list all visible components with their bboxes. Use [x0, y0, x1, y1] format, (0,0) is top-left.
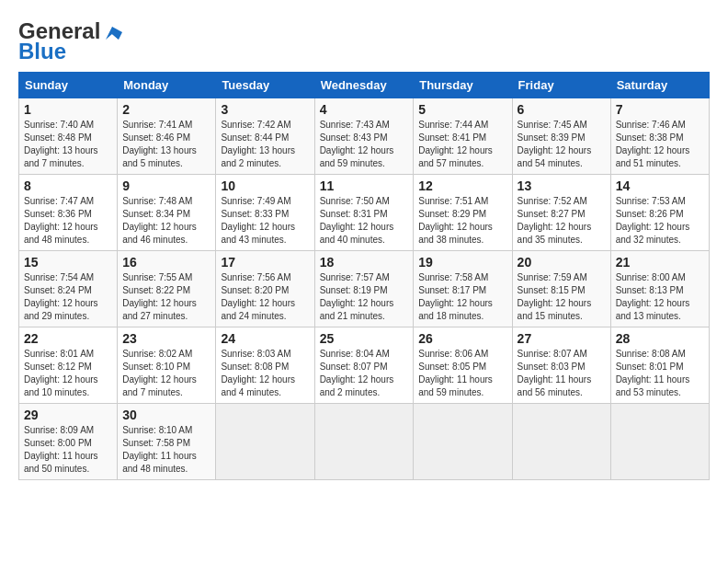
calendar-cell: 19Sunrise: 7:58 AMSunset: 8:17 PMDayligh…: [414, 251, 512, 327]
day-number: 30: [122, 408, 210, 422]
svg-marker-1: [112, 27, 122, 40]
day-number: 8: [24, 178, 112, 193]
calendar-cell: 13Sunrise: 7:52 AMSunset: 8:27 PMDayligh…: [512, 175, 610, 251]
day-number: 10: [221, 178, 309, 193]
day-number: 21: [616, 255, 704, 270]
calendar-cell: 2Sunrise: 7:41 AMSunset: 8:46 PMDaylight…: [118, 98, 216, 175]
day-info: Sunrise: 7:57 AMSunset: 8:19 PMDaylight:…: [320, 271, 409, 323]
weekday-header-row: SundayMondayTuesdayWednesdayThursdayFrid…: [19, 73, 710, 98]
calendar-cell: [512, 404, 610, 480]
day-info: Sunrise: 7:44 AMSunset: 8:41 PMDaylight:…: [418, 119, 506, 170]
calendar-cell: [610, 404, 709, 480]
day-number: 12: [418, 178, 506, 193]
calendar-cell: 28Sunrise: 8:08 AMSunset: 8:01 PMDayligh…: [610, 327, 709, 404]
weekday-monday: Monday: [118, 73, 216, 98]
day-info: Sunrise: 7:48 AMSunset: 8:34 PMDaylight:…: [122, 195, 210, 247]
day-info: Sunrise: 7:56 AMSunset: 8:20 PMDaylight:…: [221, 271, 309, 323]
day-number: 24: [221, 331, 309, 346]
day-info: Sunrise: 8:08 AMSunset: 8:01 PMDaylight:…: [616, 348, 704, 399]
logo-blue: Blue: [18, 39, 66, 64]
day-number: 23: [122, 331, 210, 346]
calendar-cell: [314, 404, 414, 480]
day-info: Sunrise: 7:53 AMSunset: 8:26 PMDaylight:…: [616, 195, 704, 247]
calendar-body: 1Sunrise: 7:40 AMSunset: 8:48 PMDaylight…: [19, 98, 710, 480]
calendar-cell: 7Sunrise: 7:46 AMSunset: 8:38 PMDaylight…: [610, 98, 709, 175]
day-info: Sunrise: 8:07 AMSunset: 8:03 PMDaylight:…: [518, 348, 606, 399]
weekday-wednesday: Wednesday: [314, 73, 414, 98]
day-info: Sunrise: 7:43 AMSunset: 8:43 PMDaylight:…: [320, 119, 409, 170]
calendar-cell: 24Sunrise: 8:03 AMSunset: 8:08 PMDayligh…: [216, 327, 314, 404]
day-info: Sunrise: 7:50 AMSunset: 8:31 PMDaylight:…: [320, 195, 409, 247]
calendar-cell: 30Sunrise: 8:10 AMSunset: 7:58 PMDayligh…: [118, 404, 216, 480]
day-info: Sunrise: 7:46 AMSunset: 8:38 PMDaylight:…: [616, 119, 704, 170]
day-number: 29: [24, 408, 112, 422]
day-number: 26: [418, 331, 506, 346]
weekday-saturday: Saturday: [610, 73, 709, 98]
day-number: 16: [122, 255, 210, 270]
day-info: Sunrise: 7:49 AMSunset: 8:33 PMDaylight:…: [221, 195, 309, 247]
calendar-table: SundayMondayTuesdayWednesdayThursdayFrid…: [18, 72, 710, 480]
day-number: 2: [122, 102, 210, 117]
day-info: Sunrise: 8:03 AMSunset: 8:08 PMDaylight:…: [221, 348, 309, 399]
calendar-week-5: 29Sunrise: 8:09 AMSunset: 8:00 PMDayligh…: [19, 404, 710, 480]
calendar-cell: 21Sunrise: 8:00 AMSunset: 8:13 PMDayligh…: [610, 251, 709, 327]
day-info: Sunrise: 8:01 AMSunset: 8:12 PMDaylight:…: [24, 348, 112, 399]
day-info: Sunrise: 8:10 AMSunset: 7:58 PMDaylight:…: [122, 424, 210, 476]
logo-bird-icon: [102, 23, 122, 40]
calendar-cell: 23Sunrise: 8:02 AMSunset: 8:10 PMDayligh…: [118, 327, 216, 404]
logo: General Blue: [18, 18, 122, 64]
calendar-cell: [414, 404, 512, 480]
calendar-week-2: 8Sunrise: 7:47 AMSunset: 8:36 PMDaylight…: [19, 175, 710, 251]
day-info: Sunrise: 8:09 AMSunset: 8:00 PMDaylight:…: [24, 424, 112, 476]
day-info: Sunrise: 7:58 AMSunset: 8:17 PMDaylight:…: [418, 271, 506, 323]
day-info: Sunrise: 8:02 AMSunset: 8:10 PMDaylight:…: [122, 348, 210, 399]
calendar-cell: 14Sunrise: 7:53 AMSunset: 8:26 PMDayligh…: [610, 175, 709, 251]
day-number: 20: [518, 255, 606, 270]
calendar-cell: 16Sunrise: 7:55 AMSunset: 8:22 PMDayligh…: [118, 251, 216, 327]
calendar-cell: 12Sunrise: 7:51 AMSunset: 8:29 PMDayligh…: [414, 175, 512, 251]
calendar-cell: 17Sunrise: 7:56 AMSunset: 8:20 PMDayligh…: [216, 251, 314, 327]
day-number: 17: [221, 255, 309, 270]
day-info: Sunrise: 7:51 AMSunset: 8:29 PMDaylight:…: [418, 195, 506, 247]
day-number: 5: [418, 102, 506, 117]
day-number: 15: [24, 255, 112, 270]
calendar-cell: 26Sunrise: 8:06 AMSunset: 8:05 PMDayligh…: [414, 327, 512, 404]
day-info: Sunrise: 7:47 AMSunset: 8:36 PMDaylight:…: [24, 195, 112, 247]
day-number: 6: [518, 102, 606, 117]
day-number: 9: [122, 178, 210, 193]
day-number: 18: [320, 255, 409, 270]
calendar-cell: 20Sunrise: 7:59 AMSunset: 8:15 PMDayligh…: [512, 251, 610, 327]
day-number: 22: [24, 331, 112, 346]
day-info: Sunrise: 7:42 AMSunset: 8:44 PMDaylight:…: [221, 119, 309, 170]
day-info: Sunrise: 7:54 AMSunset: 8:24 PMDaylight:…: [24, 271, 112, 323]
day-number: 7: [616, 102, 704, 117]
calendar-cell: 4Sunrise: 7:43 AMSunset: 8:43 PMDaylight…: [314, 98, 414, 175]
day-number: 11: [320, 178, 409, 193]
day-info: Sunrise: 7:41 AMSunset: 8:46 PMDaylight:…: [122, 119, 210, 170]
weekday-thursday: Thursday: [414, 73, 512, 98]
day-number: 4: [320, 102, 409, 117]
day-info: Sunrise: 8:00 AMSunset: 8:13 PMDaylight:…: [616, 271, 704, 323]
day-number: 3: [221, 102, 309, 117]
calendar-cell: 6Sunrise: 7:45 AMSunset: 8:39 PMDaylight…: [512, 98, 610, 175]
day-number: 28: [616, 331, 704, 346]
day-info: Sunrise: 8:06 AMSunset: 8:05 PMDaylight:…: [418, 348, 506, 399]
calendar-cell: 3Sunrise: 7:42 AMSunset: 8:44 PMDaylight…: [216, 98, 314, 175]
calendar-cell: 9Sunrise: 7:48 AMSunset: 8:34 PMDaylight…: [118, 175, 216, 251]
calendar-cell: 8Sunrise: 7:47 AMSunset: 8:36 PMDaylight…: [19, 175, 118, 251]
calendar-week-4: 22Sunrise: 8:01 AMSunset: 8:12 PMDayligh…: [19, 327, 710, 404]
day-number: 19: [418, 255, 506, 270]
day-number: 1: [24, 102, 112, 117]
weekday-friday: Friday: [512, 73, 610, 98]
day-info: Sunrise: 7:45 AMSunset: 8:39 PMDaylight:…: [518, 119, 606, 170]
page-header: General Blue: [18, 18, 710, 64]
day-info: Sunrise: 7:40 AMSunset: 8:48 PMDaylight:…: [24, 119, 112, 170]
calendar-cell: 10Sunrise: 7:49 AMSunset: 8:33 PMDayligh…: [216, 175, 314, 251]
calendar-week-1: 1Sunrise: 7:40 AMSunset: 8:48 PMDaylight…: [19, 98, 710, 175]
calendar-cell: 27Sunrise: 8:07 AMSunset: 8:03 PMDayligh…: [512, 327, 610, 404]
day-info: Sunrise: 7:55 AMSunset: 8:22 PMDaylight:…: [122, 271, 210, 323]
day-number: 27: [518, 331, 606, 346]
day-number: 13: [518, 178, 606, 193]
calendar-cell: 22Sunrise: 8:01 AMSunset: 8:12 PMDayligh…: [19, 327, 118, 404]
calendar-cell: 25Sunrise: 8:04 AMSunset: 8:07 PMDayligh…: [314, 327, 414, 404]
